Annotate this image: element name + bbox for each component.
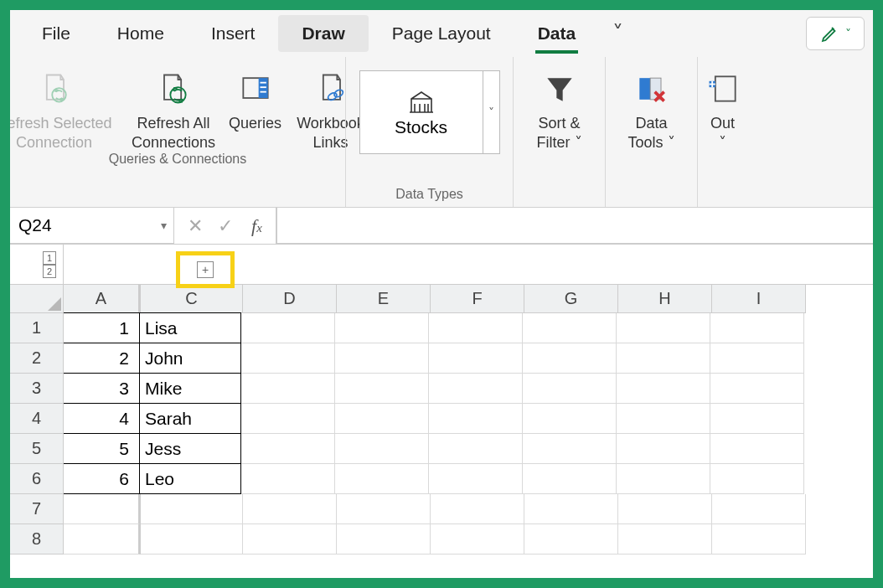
- name-box[interactable]: Q24 ▾: [10, 208, 174, 244]
- cell[interactable]: [429, 434, 523, 464]
- chevron-down-icon[interactable]: ▾: [161, 219, 167, 232]
- cell[interactable]: [710, 374, 804, 404]
- row-header[interactable]: 5: [10, 434, 64, 464]
- col-header-G[interactable]: G: [524, 285, 618, 313]
- stocks-dropdown[interactable]: ˅: [483, 70, 500, 154]
- cell[interactable]: Jess: [139, 433, 241, 464]
- cell[interactable]: [337, 494, 431, 524]
- tab-file[interactable]: File: [18, 15, 94, 52]
- col-header-I[interactable]: I: [712, 285, 806, 313]
- cell[interactable]: [524, 524, 618, 554]
- formula-input[interactable]: [276, 208, 873, 244]
- col-header-H[interactable]: H: [618, 285, 712, 313]
- stocks-button[interactable]: Stocks: [359, 70, 483, 154]
- cell[interactable]: [335, 374, 429, 404]
- tab-overflow-chevron-icon[interactable]: ˅: [599, 21, 637, 47]
- col-header-A[interactable]: A: [64, 285, 141, 313]
- cell[interactable]: [335, 313, 429, 343]
- outline-expand-button[interactable]: +: [197, 261, 214, 278]
- outline-button[interactable]: Out ˅: [700, 65, 746, 152]
- cell[interactable]: [431, 524, 524, 554]
- cell[interactable]: [141, 524, 243, 554]
- cell[interactable]: [712, 494, 806, 524]
- cell[interactable]: Mike: [139, 373, 241, 404]
- fx-icon[interactable]: fx: [248, 215, 262, 237]
- cell[interactable]: 2: [64, 343, 140, 374]
- cell[interactable]: [523, 374, 617, 404]
- cell[interactable]: [524, 494, 618, 524]
- cell[interactable]: 1: [64, 312, 140, 343]
- cell[interactable]: Sarah: [139, 403, 241, 434]
- cell[interactable]: [429, 343, 523, 374]
- cell[interactable]: [618, 524, 712, 554]
- cell[interactable]: [64, 494, 141, 524]
- cell[interactable]: [617, 313, 710, 343]
- cell[interactable]: [710, 343, 804, 374]
- data-tools-button[interactable]: Data Tools ˅: [610, 65, 694, 152]
- col-header-D[interactable]: D: [243, 285, 337, 313]
- cell[interactable]: [617, 343, 710, 374]
- cell[interactable]: [141, 494, 243, 524]
- cell[interactable]: [618, 494, 712, 524]
- cell[interactable]: [243, 524, 337, 554]
- cell[interactable]: [523, 434, 617, 464]
- outline-level-1[interactable]: 1: [43, 251, 56, 265]
- draw-pen-button[interactable]: ˅: [806, 17, 865, 50]
- cell[interactable]: 4: [64, 403, 140, 434]
- cell[interactable]: John: [139, 343, 241, 374]
- cell[interactable]: 6: [64, 463, 140, 494]
- cell[interactable]: [243, 494, 337, 524]
- cell[interactable]: [429, 313, 523, 343]
- cell[interactable]: Lisa: [139, 312, 241, 343]
- select-all-corner[interactable]: [10, 285, 64, 313]
- outline-level-2[interactable]: 2: [43, 265, 56, 278]
- row-header[interactable]: 3: [10, 374, 64, 404]
- cell[interactable]: [241, 313, 335, 343]
- row-header[interactable]: 4: [10, 404, 64, 434]
- row-header[interactable]: 6: [10, 464, 64, 494]
- cell[interactable]: [523, 313, 617, 343]
- row-header[interactable]: 8: [10, 524, 64, 554]
- cell[interactable]: Leo: [139, 463, 241, 494]
- row-header[interactable]: 2: [10, 343, 64, 374]
- cell[interactable]: [335, 434, 429, 464]
- cell[interactable]: [617, 434, 710, 464]
- cell[interactable]: 5: [64, 433, 140, 464]
- tab-page-layout[interactable]: Page Layout: [369, 15, 514, 52]
- cell[interactable]: [710, 464, 804, 494]
- tab-home[interactable]: Home: [94, 15, 188, 52]
- cell[interactable]: [429, 374, 523, 404]
- cell[interactable]: [335, 404, 429, 434]
- cell[interactable]: [710, 313, 804, 343]
- cell[interactable]: [337, 524, 431, 554]
- cell[interactable]: [335, 343, 429, 374]
- refresh-all-button[interactable]: Refresh All Connections: [126, 65, 222, 152]
- row-header[interactable]: 1: [10, 313, 64, 343]
- tab-data[interactable]: Data: [514, 15, 600, 52]
- col-header-F[interactable]: F: [431, 285, 524, 313]
- col-header-E[interactable]: E: [337, 285, 431, 313]
- cell[interactable]: [241, 464, 335, 494]
- queries-button[interactable]: Queries: [222, 65, 289, 152]
- cell[interactable]: [523, 343, 617, 374]
- cell[interactable]: [523, 404, 617, 434]
- cell[interactable]: [523, 464, 617, 494]
- cell[interactable]: 3: [64, 373, 140, 404]
- cell[interactable]: [431, 494, 524, 524]
- cell[interactable]: [241, 343, 335, 374]
- cell[interactable]: [617, 374, 710, 404]
- tab-draw[interactable]: Draw: [278, 15, 368, 52]
- sort-filter-button[interactable]: Sort & Filter ˅: [518, 65, 602, 152]
- cell[interactable]: [335, 464, 429, 494]
- cell[interactable]: [710, 434, 804, 464]
- row-header[interactable]: 7: [10, 494, 64, 524]
- cell[interactable]: [241, 404, 335, 434]
- cell[interactable]: [429, 464, 523, 494]
- cell[interactable]: [429, 404, 523, 434]
- cell[interactable]: [241, 434, 335, 464]
- spreadsheet-grid[interactable]: 1 2 3 4 5 6 7 8 A C D E F G H I 1Lisa: [10, 285, 873, 554]
- cell[interactable]: [617, 404, 710, 434]
- cell[interactable]: [710, 404, 804, 434]
- tab-insert[interactable]: Insert: [188, 15, 279, 52]
- cell[interactable]: [712, 524, 806, 554]
